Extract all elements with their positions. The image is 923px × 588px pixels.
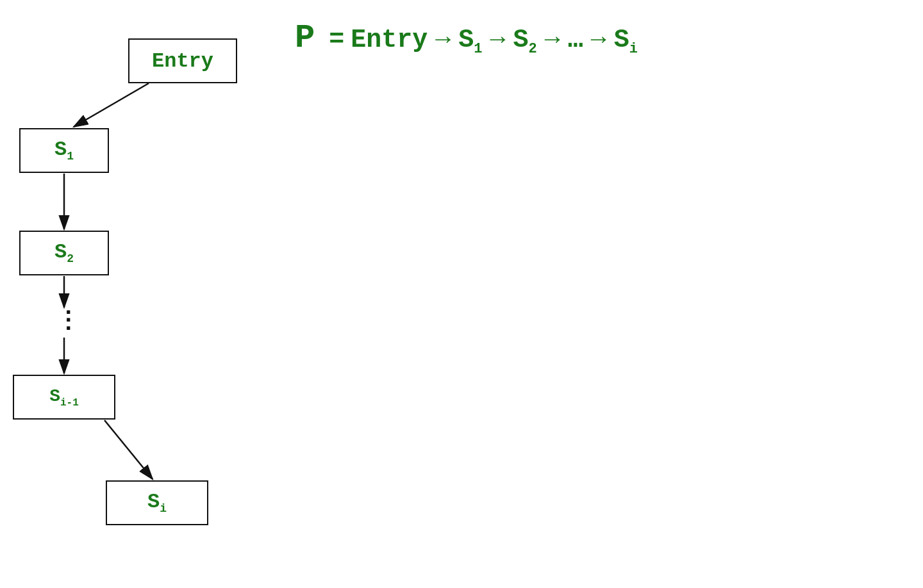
s2-sub: 2: [67, 253, 74, 266]
entry-box: Entry: [128, 38, 237, 83]
formula-arrow2: →: [490, 26, 506, 54]
si-box: Si: [106, 480, 208, 525]
s1-label: S1: [54, 138, 74, 163]
flowchart: Entry S1 S2 ⋮ Si-1 Si: [0, 19, 269, 570]
si-sub: i: [160, 503, 167, 516]
formula-text: Entry → S1 → S2 → … → Si: [351, 26, 638, 57]
ellipsis-dots: ⋮: [56, 311, 81, 334]
formula-arrow4: →: [591, 26, 606, 54]
formula-ellipsis: …: [568, 26, 583, 54]
formula-area: P = Entry → S1 → S2 → … → Si: [295, 19, 638, 57]
s2-label: S2: [54, 240, 74, 265]
si1-label: Si-1: [49, 386, 79, 409]
s2-box: S2: [19, 231, 109, 275]
entry-label: Entry: [152, 49, 213, 73]
formula-arrow3: →: [545, 26, 560, 54]
formula-si-sub: i: [629, 41, 638, 57]
formula-s1-sub: 1: [474, 41, 482, 57]
s1-box: S1: [19, 128, 109, 173]
si1-box: Si-1: [13, 375, 115, 420]
svg-line-5: [104, 420, 153, 479]
formula-s2-sub: 2: [529, 41, 537, 57]
formula-s1: S1: [458, 26, 482, 57]
si-label: Si: [147, 490, 167, 515]
s1-sub: 1: [67, 151, 74, 163]
si1-sub: i-1: [60, 396, 79, 408]
formula-arrow1: →: [435, 26, 451, 54]
formula-si: Si: [614, 26, 638, 57]
formula-entry: Entry: [351, 26, 428, 54]
svg-line-1: [74, 83, 149, 127]
formula-p: P: [295, 19, 315, 57]
formula-s2: S2: [513, 26, 537, 57]
formula-equals: =: [329, 26, 344, 54]
